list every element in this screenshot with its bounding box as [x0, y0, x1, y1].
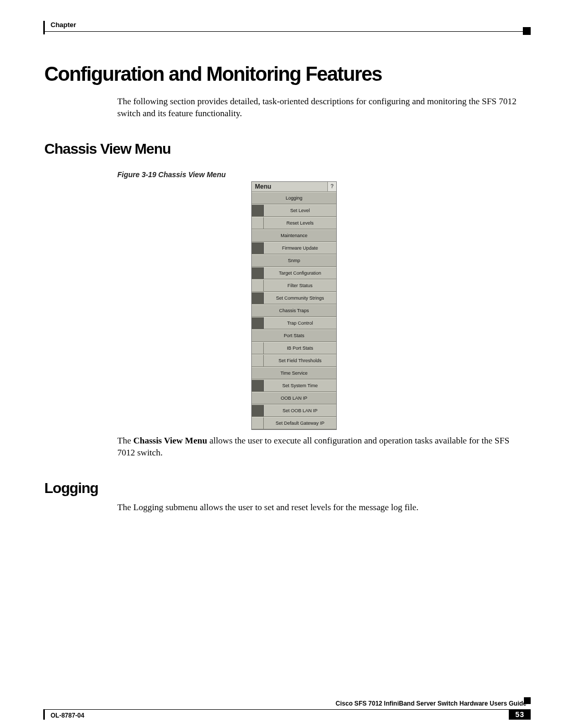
menu-item-label: Reset Levels: [264, 217, 336, 229]
menu-item-marker: [252, 355, 264, 366]
help-icon[interactable]: ?: [327, 182, 336, 191]
menu-item-label: Set Field Thresholds: [264, 355, 336, 366]
menu-item-firmware-update[interactable]: Firmware Update: [252, 242, 336, 254]
menu-item-set-community-strings[interactable]: Set Community Strings: [252, 292, 336, 304]
menu-item-marker: [252, 242, 264, 254]
footer-book-title: Cisco SFS 7012 InfiniBand Server Switch …: [336, 700, 527, 707]
footer-doc-number: OL-8787-04: [51, 712, 84, 719]
menu-item-label: Set Default Gateway IP: [264, 417, 336, 429]
menu-item-target-configuration[interactable]: Target Configuration: [252, 267, 336, 279]
menu-item-label: Set System Time: [264, 380, 336, 391]
page-title: Configuration and Monitoring Features: [44, 63, 527, 85]
menu-item-marker: [252, 292, 264, 304]
menu-item-marker: [252, 380, 264, 391]
intro-paragraph: The following section provides detailed,…: [117, 96, 521, 120]
menu-item-label: Set Community Strings: [264, 292, 336, 304]
menu-item-logging[interactable]: Logging: [252, 192, 336, 204]
menu-item-snmp[interactable]: Snmp: [252, 254, 336, 267]
menu-title: Menu: [252, 182, 327, 191]
menu-item-trap-control[interactable]: Trap Control: [252, 317, 336, 329]
menu-item-label: Chassis Traps: [252, 305, 336, 316]
desc-bold: Chassis View Menu: [133, 436, 207, 446]
menu-item-marker: [252, 205, 264, 216]
menu-item-filter-status[interactable]: Filter Status: [252, 279, 336, 292]
menu-item-set-level[interactable]: Set Level: [252, 204, 336, 217]
menu-item-label: Set Level: [264, 205, 336, 216]
menu-item-marker: [252, 317, 264, 329]
header-square-accent: [523, 27, 531, 35]
menu-item-port-stats[interactable]: Port Stats: [252, 329, 336, 342]
page-header: Chapter: [44, 16, 527, 32]
desc-text-before: The: [117, 436, 133, 446]
menu-item-chassis-traps[interactable]: Chassis Traps: [252, 304, 336, 317]
menu-item-marker: [252, 417, 264, 429]
menu-item-marker: [252, 405, 264, 416]
menu-item-label: Firmware Update: [264, 242, 336, 254]
menu-item-marker: [252, 280, 264, 291]
menu-item-oob-lan-ip[interactable]: OOB LAN IP: [252, 392, 336, 404]
menu-item-label: Target Configuration: [264, 267, 336, 279]
menu-item-label: Set OOB LAN IP: [264, 405, 336, 416]
menu-item-label: Maintenance: [252, 230, 336, 241]
menu-title-row: Menu ?: [252, 182, 336, 192]
menu-item-label: Trap Control: [264, 317, 336, 329]
menu-item-set-system-time[interactable]: Set System Time: [252, 379, 336, 392]
menu-item-time-service[interactable]: Time Service: [252, 367, 336, 379]
page-number-badge: 53: [509, 709, 531, 720]
menu-item-label: OOB LAN IP: [252, 392, 336, 404]
menu-item-label: Filter Status: [264, 280, 336, 291]
menu-item-marker: [252, 267, 264, 279]
section-chassis-view-menu: Chassis View Menu: [44, 141, 527, 157]
menu-item-maintenance[interactable]: Maintenance: [252, 229, 336, 242]
section-logging: Logging: [44, 480, 527, 497]
menu-item-label: IB Port Stats: [264, 342, 336, 354]
menu-item-set-oob-lan-ip[interactable]: Set OOB LAN IP: [252, 404, 336, 417]
figure-caption: Figure 3-19 Chassis View Menu: [117, 170, 527, 179]
header-ledge: [43, 21, 45, 34]
footer-ledge: [43, 709, 45, 720]
chapter-label: Chapter: [51, 21, 76, 29]
chassis-view-description: The Chassis View Menu allows the user to…: [117, 435, 521, 459]
menu-item-set-default-gateway-ip[interactable]: Set Default Gateway IP: [252, 417, 336, 429]
logging-description: The Logging submenu allows the user to s…: [117, 502, 521, 514]
menu-item-label: Snmp: [252, 255, 336, 266]
menu-item-reset-levels[interactable]: Reset Levels: [252, 217, 336, 229]
menu-item-ib-port-stats[interactable]: IB Port Stats: [252, 342, 336, 354]
chassis-view-menu-panel: Menu ? LoggingSet LevelReset LevelsMaint…: [251, 181, 337, 430]
menu-item-label: Logging: [252, 192, 336, 204]
page-footer: Cisco SFS 7012 InfiniBand Server Switch …: [44, 709, 527, 710]
menu-item-label: Time Service: [252, 367, 336, 379]
menu-item-label: Port Stats: [252, 330, 336, 341]
menu-item-marker: [252, 342, 264, 354]
menu-item-marker: [252, 217, 264, 229]
menu-item-set-field-thresholds[interactable]: Set Field Thresholds: [252, 354, 336, 367]
